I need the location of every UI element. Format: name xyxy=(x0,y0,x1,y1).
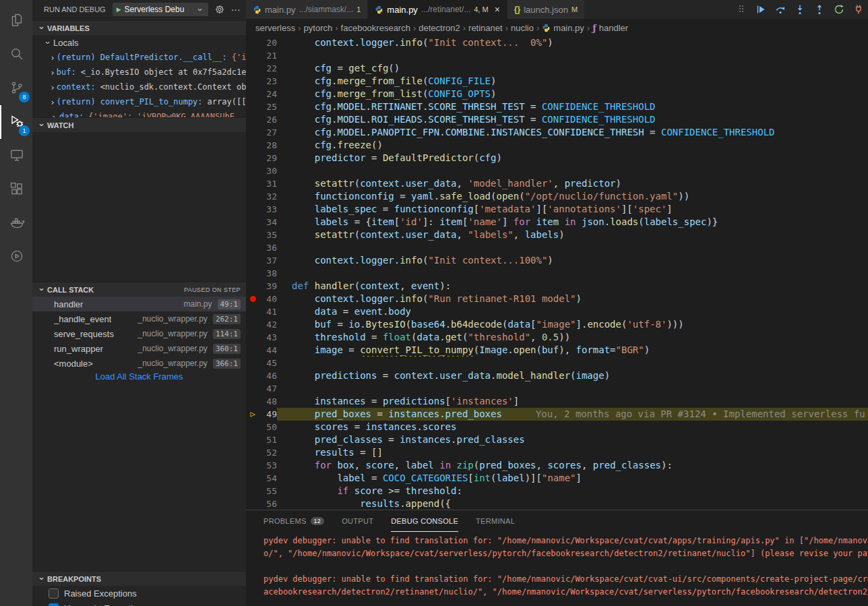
line-number[interactable]: 53 xyxy=(259,459,277,472)
line-number[interactable]: 45 xyxy=(259,357,277,369)
activity-item-remote-explorer[interactable] xyxy=(0,139,32,173)
breadcrumb-item[interactable]: pytorch xyxy=(304,23,333,33)
launch-config-dropdown[interactable]: ▶ Serverless Debu › xyxy=(113,3,208,16)
gutter-glyph-margin[interactable] xyxy=(246,113,259,126)
breadcrumb-item[interactable]: main.py xyxy=(542,23,584,33)
gear-icon[interactable] xyxy=(215,5,224,14)
activity-item-search[interactable] xyxy=(0,38,32,71)
gutter-glyph-margin[interactable] xyxy=(246,164,259,177)
stack-frame[interactable]: serve_requests_nuclio_wrapper.py114:1 xyxy=(32,326,246,341)
variable-row[interactable]: ›data:{'image': 'iVBORw0KG…AAAANSUhE… xyxy=(32,109,246,117)
line-number[interactable]: 39 xyxy=(259,280,277,293)
breakpoint-icon[interactable] xyxy=(246,293,259,305)
breakpoint-row[interactable]: ✓Uncaught Exceptions xyxy=(32,601,246,606)
gutter-glyph-margin[interactable] xyxy=(246,459,259,472)
gutter-glyph-margin[interactable] xyxy=(246,395,259,408)
line-number[interactable]: 49 xyxy=(259,408,277,421)
gutter-glyph-margin[interactable] xyxy=(246,177,259,190)
activity-item-run-circle[interactable] xyxy=(0,240,32,274)
line-number[interactable]: 29 xyxy=(259,152,277,164)
restart-button[interactable] xyxy=(834,4,844,15)
gutter-glyph-margin[interactable] xyxy=(246,100,259,113)
gutter-glyph-margin[interactable] xyxy=(246,267,259,280)
line-number[interactable]: 42 xyxy=(259,318,277,331)
line-number[interactable]: 23 xyxy=(259,75,277,88)
gutter-glyph-margin[interactable] xyxy=(246,216,259,229)
gutter-glyph-margin[interactable] xyxy=(246,382,259,395)
code-editor[interactable]: 20 context.logger.info("Init context... … xyxy=(246,36,868,510)
debug-console-output[interactable]: pydev debugger: unable to find translati… xyxy=(246,532,868,599)
gutter-glyph-margin[interactable] xyxy=(246,49,259,62)
gutter-glyph-margin[interactable] xyxy=(246,75,259,88)
current-frame-arrow-icon[interactable]: ▷ xyxy=(246,408,259,421)
line-number[interactable]: 31 xyxy=(259,177,277,190)
stack-frame[interactable]: _handle_event_nuclio_wrapper.py262:1 xyxy=(32,311,246,326)
breadcrumb-item[interactable]: detectron2 xyxy=(418,23,460,33)
variable-row[interactable]: ›(return) DefaultPredictor.__call__:{'in… xyxy=(32,50,246,65)
line-number[interactable]: 28 xyxy=(259,139,277,152)
gutter-glyph-margin[interactable] xyxy=(246,229,259,241)
line-number[interactable]: 52 xyxy=(259,446,277,459)
line-number[interactable]: 48 xyxy=(259,395,277,408)
gutter-glyph-margin[interactable] xyxy=(246,241,259,254)
watch-section-header[interactable]: › WATCH xyxy=(32,117,246,132)
gutter-glyph-margin[interactable] xyxy=(246,190,259,203)
variables-scope-locals[interactable]: ›Locals xyxy=(32,35,246,50)
breadcrumb-item[interactable]: facebookresearch xyxy=(341,23,410,33)
variable-row[interactable]: ›context:<nuclio_sdk.context.Context obj… xyxy=(32,80,246,94)
gutter-glyph-margin[interactable] xyxy=(246,280,259,293)
gutter-glyph-margin[interactable] xyxy=(246,254,259,267)
call-stack-section-header[interactable]: › CALL STACK PAUSED ON STEP xyxy=(32,282,246,297)
more-actions-icon[interactable]: ··· xyxy=(231,4,241,15)
line-number[interactable]: 41 xyxy=(259,305,277,318)
line-number[interactable]: 34 xyxy=(259,216,277,229)
gutter-glyph-margin[interactable] xyxy=(246,331,259,344)
load-all-stack-frames-link[interactable]: Load All Stack Frames xyxy=(32,371,246,385)
line-number[interactable]: 43 xyxy=(259,331,277,344)
line-number[interactable]: 40 xyxy=(259,293,277,305)
line-number[interactable]: 46 xyxy=(259,369,277,382)
line-number[interactable]: 20 xyxy=(259,36,277,49)
close-icon[interactable]: × xyxy=(495,4,500,15)
panel-tab-debug-console[interactable]: DEBUG CONSOLE xyxy=(391,510,458,532)
gutter-glyph-margin[interactable] xyxy=(246,446,259,459)
variable-row[interactable]: ›(return) convert_PIL_to_numpy:array([[[… xyxy=(32,94,246,109)
line-number[interactable]: 26 xyxy=(259,113,277,126)
line-number[interactable]: 37 xyxy=(259,254,277,267)
line-number[interactable]: 32 xyxy=(259,190,277,203)
gutter-glyph-margin[interactable] xyxy=(246,36,259,49)
activity-item-extensions[interactable] xyxy=(0,173,32,206)
gutter-glyph-margin[interactable] xyxy=(246,305,259,318)
gutter-glyph-margin[interactable] xyxy=(246,421,259,433)
step-over-button[interactable] xyxy=(775,4,786,15)
gutter-glyph-margin[interactable] xyxy=(246,344,259,357)
step-into-button[interactable] xyxy=(795,4,805,15)
editor-tab-main-py[interactable]: main.py.../retinanet/...4, M× xyxy=(368,0,507,19)
continue-button[interactable] xyxy=(755,4,766,15)
stack-frame[interactable]: handlermain.py49:1 xyxy=(32,297,246,311)
checkbox[interactable] xyxy=(49,588,59,599)
activity-item-explorer[interactable] xyxy=(0,4,32,38)
gutter-glyph-margin[interactable] xyxy=(246,62,259,75)
panel-tab-terminal[interactable]: TERMINAL xyxy=(476,510,515,532)
line-number[interactable]: 36 xyxy=(259,241,277,254)
gutter-glyph-margin[interactable] xyxy=(246,126,259,139)
gutter-glyph-margin[interactable] xyxy=(246,485,259,497)
variables-section-header[interactable]: › VARIABLES xyxy=(32,20,246,35)
activity-item-docker[interactable] xyxy=(0,206,32,240)
breadcrumb-item[interactable]: nuclio xyxy=(511,23,534,33)
checkbox[interactable]: ✓ xyxy=(49,603,59,606)
variable-row[interactable]: ›buf:<_io.BytesIO object at 0x7f5a2dc1ec… xyxy=(32,65,246,80)
line-number[interactable]: 30 xyxy=(259,164,277,177)
line-number[interactable]: 35 xyxy=(259,229,277,241)
stack-frame[interactable]: <module>_nuclio_wrapper.py366:1 xyxy=(32,356,246,371)
gutter-glyph-margin[interactable] xyxy=(246,357,259,369)
gutter-glyph-margin[interactable] xyxy=(246,152,259,164)
breadcrumb-item[interactable]: ƒhandler xyxy=(592,23,628,33)
panel-tab-problems[interactable]: PROBLEMS12 xyxy=(264,510,324,532)
line-number[interactable]: 51 xyxy=(259,433,277,446)
panel-tab-output[interactable]: OUTPUT xyxy=(342,510,373,532)
editor-tab-launch-json[interactable]: {}launch.jsonM xyxy=(507,0,585,19)
gutter-glyph-margin[interactable] xyxy=(246,433,259,446)
line-number[interactable]: 22 xyxy=(259,62,277,75)
